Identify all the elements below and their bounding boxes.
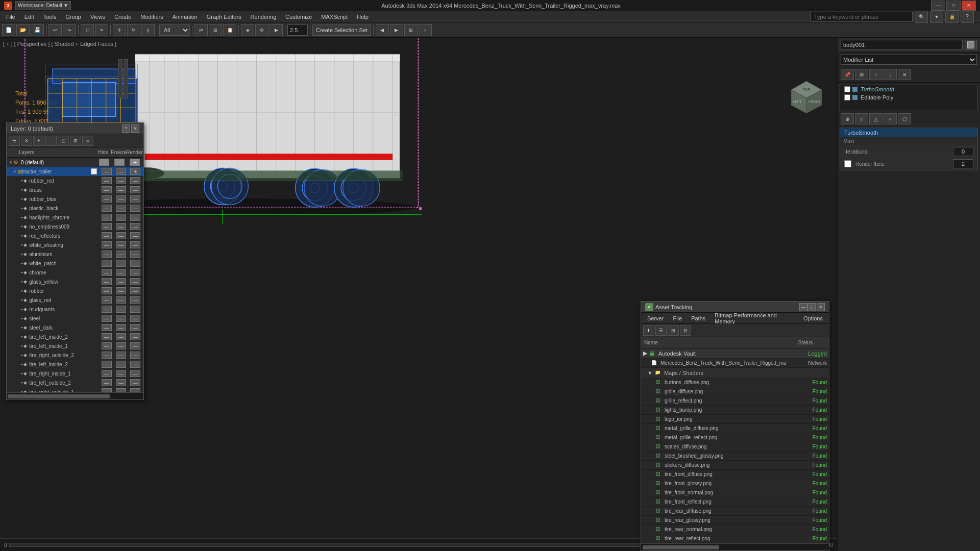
layer-color-tractor[interactable] (91, 168, 97, 174)
layer-row-steel_dark[interactable]: ▪ ◆ steel_dark — — — (7, 323, 143, 332)
mod-view2[interactable]: ≡ (855, 113, 868, 124)
search-input[interactable] (811, 12, 913, 22)
layer-render-t[interactable]: ☀ (130, 168, 140, 175)
editablepoly-toggle[interactable]: ✓ (844, 94, 850, 101)
align-button[interactable]: ⊞ (209, 24, 222, 36)
layers-extra-button[interactable]: ≡ (82, 136, 93, 146)
menu-animation[interactable]: Animation (168, 13, 202, 21)
navigation-cube[interactable]: TOP LEFT FRONT (786, 79, 827, 119)
layer-row-tire_right_inside_1[interactable]: ▪ ◆ tire_right_inside_1 — — — (7, 369, 143, 378)
layer-hide-0[interactable]: — (99, 159, 109, 166)
ts-iterations-input[interactable] (953, 147, 973, 156)
zoom-value-input[interactable] (287, 24, 308, 36)
layers-delete-button[interactable]: ✕ (21, 136, 32, 146)
mod-view1[interactable]: ⊕ (841, 113, 854, 124)
menu-group[interactable]: Group (61, 13, 85, 21)
layer-render-0[interactable]: ☀ (130, 159, 140, 166)
selection-filter-dropdown[interactable]: All (159, 24, 190, 36)
asset-tb-1[interactable]: ⬆ (643, 325, 654, 336)
layer-row-default[interactable]: ▼ ⊕ 0 (default) — — ☀ (7, 158, 143, 167)
asset-file-stickers_diffuse-png[interactable]: 🖼 stickers_diffuse.png Found (641, 461, 829, 470)
layer-manager-button[interactable]: 📋 (223, 24, 236, 36)
layer-row-hadlights_chrome[interactable]: ▪ ◆ hadlights_chrome — — — (7, 213, 143, 222)
mod-view5[interactable]: ⬡ (898, 113, 911, 124)
layer-row-rubber_blue[interactable]: ▪ ◆ rubber_blue — — — (7, 194, 143, 204)
ts-render-checkbox[interactable] (844, 160, 851, 167)
layer-row-rubber[interactable]: ▪ ◆ rubber — — — (7, 286, 143, 295)
asset-menu-file[interactable]: File (669, 314, 686, 322)
mod-up-button[interactable]: ↑ (869, 69, 883, 80)
asset-minimize[interactable]: — (799, 303, 807, 311)
asset-file-tire_front_reflect-png[interactable]: 🖼 tire_front_reflect.png Found (641, 497, 829, 507)
layer-row-white_patch[interactable]: ▪ ◆ white_patch — — — (7, 259, 143, 268)
mod-config-button[interactable]: ⚙ (855, 69, 868, 80)
mod-view4[interactable]: ○ (884, 113, 897, 124)
layer-row-tire_right_outside_1[interactable]: ▪ ◆ tire_right_outside_1 — — — (7, 387, 143, 392)
layers-new-button[interactable]: ☰ (9, 136, 20, 146)
render-button[interactable]: ▶ (270, 24, 283, 36)
layer-row-red_reflectors[interactable]: ▪ ◆ red_reflectors — — — (7, 231, 143, 240)
asset-menu-paths[interactable]: Paths (687, 314, 709, 322)
layers-add-button[interactable]: + (33, 136, 44, 146)
asset-file-lights_bump-png[interactable]: 🖼 lights_bump.png Found (641, 406, 829, 415)
open-button[interactable]: 📂 (16, 24, 30, 36)
asset-file-tire_rear_glossy-png[interactable]: 🖼 tire_rear_glossy.png Found (641, 516, 829, 525)
asset-maximize[interactable]: □ (807, 303, 816, 311)
mod-view3[interactable]: △ (869, 113, 883, 124)
menu-tools[interactable]: Tools (39, 13, 61, 21)
minimize-button[interactable]: — (931, 1, 945, 11)
asset-group-vault[interactable]: ▶ 🏛 Autodesk Vault Logged (641, 348, 829, 359)
asset-file-tire_front_normal-png[interactable]: 🖼 tire_front_normal.png Found (641, 488, 829, 497)
asset-hscrollbar[interactable] (641, 543, 829, 550)
layer-row-tractor-trailer[interactable]: ▼ ⊞ tractor_trailer — — ☀ (7, 167, 143, 176)
modifier-turbosmooth[interactable]: ✓ TurboSmooth (840, 85, 977, 93)
redo-button[interactable]: ↪ (63, 24, 76, 36)
save-button[interactable]: 💾 (31, 24, 44, 36)
layer-row-tire_left_inside_2[interactable]: ▪ ◆ tire_left_inside_2 — — — (7, 360, 143, 369)
viewport-orbit[interactable]: ○ (419, 24, 432, 36)
layers-help-button[interactable]: ? (122, 124, 130, 133)
search-button[interactable]: 🔍 (915, 11, 928, 23)
layer-freeze-0[interactable]: — (114, 159, 125, 166)
layer-row-tire_left_outside_2[interactable]: ▪ ◆ tire_left_outside_2 — — — (7, 378, 143, 387)
viewport-prev[interactable]: ◀ (376, 24, 389, 36)
layers-scrollbar[interactable] (7, 392, 143, 399)
move-button[interactable]: ✛ (113, 24, 126, 36)
mirror-button[interactable]: ⇄ (194, 24, 208, 36)
viewport-next[interactable]: ▶ (390, 24, 403, 36)
asset-group-maps[interactable]: ▼ 📁 Maps / Shaders (641, 368, 829, 378)
menu-graph-editors[interactable]: Graph Editors (203, 13, 246, 21)
modifier-list-dropdown[interactable]: Modifier List (841, 55, 977, 65)
asset-file-tire_front_diffuse-png[interactable]: 🖼 tire_front_diffuse.png Found (641, 470, 829, 479)
asset-menu-options[interactable]: Options (799, 314, 827, 322)
workspace-selector[interactable]: Workspace: Default ▼ (15, 1, 71, 10)
asset-file-tire_rear_reflect-png[interactable]: 🖼 tire_rear_reflect.png Found (641, 534, 829, 543)
select-object-button[interactable]: ◻ (81, 24, 94, 36)
layer-row-mudguards[interactable]: ▪ ◆ mudguards — — — (7, 305, 143, 314)
undo-button[interactable]: ↩ (48, 24, 62, 36)
asset-file-tire_rear_diffuse-png[interactable]: 🖼 tire_rear_diffuse.png Found (641, 507, 829, 516)
menu-maxscript[interactable]: MAXScript (317, 13, 352, 21)
mod-delete-button[interactable]: ✕ (898, 69, 911, 80)
search-help[interactable]: ? (961, 11, 974, 23)
menu-views[interactable]: Views (86, 13, 109, 21)
asset-file-max[interactable]: 📄 Mercedes_Benz_Truck_With_Semi_Trailer_… (641, 359, 829, 368)
layer-row-white_sheating[interactable]: ▪ ◆ white_sheating — — — (7, 240, 143, 249)
mod-pin-button[interactable]: 📌 (841, 69, 854, 80)
modifier-editable-poly[interactable]: ✓ Editable Poly (840, 93, 977, 102)
layers-select-button[interactable]: ◻ (58, 136, 69, 146)
layer-row-tire_left_inside_1[interactable]: ▪ ◆ tire_left_inside_1 — — — (7, 341, 143, 350)
asset-menu-bitmap[interactable]: Bitmap Performance and Memory (710, 311, 798, 325)
layer-row-chrome[interactable]: ▪ ◆ chrome — — — (7, 268, 143, 277)
layer-row-plastic_black[interactable]: ▪ ◆ plastic_black — — — (7, 204, 143, 213)
layer-hide-t[interactable]: — (102, 168, 112, 175)
turbosmooth-toggle[interactable]: ✓ (844, 86, 850, 92)
search-options[interactable]: ▼ (930, 11, 943, 23)
layers-options-button[interactable]: ⊞ (70, 136, 81, 146)
layer-row-tire_right_outside_2[interactable]: ▪ ◆ tire_right_outside_2 — — — (7, 350, 143, 360)
object-color-swatch[interactable] (965, 40, 977, 50)
layer-row-steel[interactable]: ▪ ◆ steel — — — (7, 314, 143, 323)
asset-menu-server[interactable]: Server (643, 314, 668, 322)
layers-scroll-thumb[interactable] (8, 394, 110, 398)
layer-row-aluminium[interactable]: ▪ ◆ aluminium — — — (7, 249, 143, 259)
